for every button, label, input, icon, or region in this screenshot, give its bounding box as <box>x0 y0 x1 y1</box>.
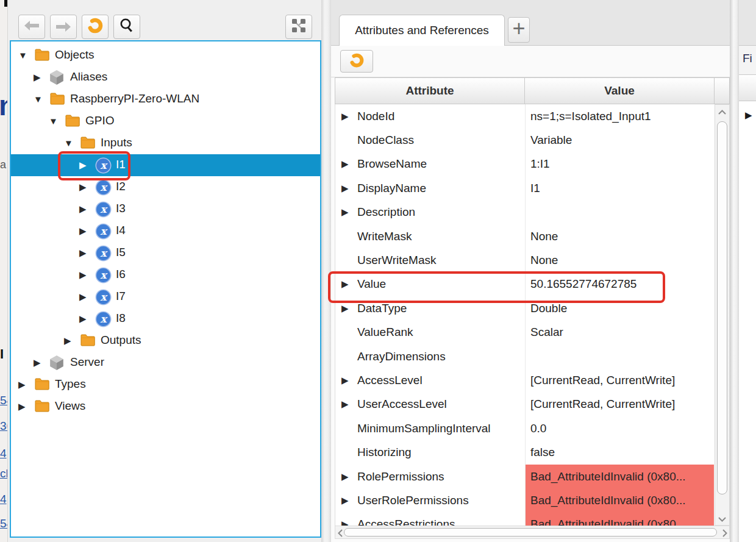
expand-icon[interactable]: ▶ <box>34 72 41 83</box>
refresh-icon <box>349 52 365 71</box>
collapse-icon[interactable]: ▼ <box>34 94 43 105</box>
background-link-fragment[interactable]: 36 <box>0 419 8 433</box>
graph-view-button[interactable] <box>285 15 312 39</box>
expand-icon[interactable]: ▶ <box>79 291 87 302</box>
tree-item-i4[interactable]: ▶xI4 <box>11 220 320 242</box>
attribute-value: ns=1;s=Isolated_Input1 <box>526 104 714 128</box>
window-splitter-right[interactable] <box>730 0 739 542</box>
expand-icon[interactable]: ▶ <box>79 248 87 259</box>
expand-icon[interactable]: ▶ <box>18 401 26 412</box>
tab-attributes-and-references[interactable]: Attributes and References <box>339 15 505 46</box>
scroll-up-icon[interactable] <box>718 108 726 116</box>
background-link-fragment[interactable]: 54 <box>0 394 8 407</box>
expand-icon[interactable]: ▶ <box>79 182 87 193</box>
attribute-row-nodeid[interactable]: ▶NodeIdns=1;s=Isolated_Input1 <box>335 104 714 128</box>
background-link-fragment[interactable]: ch <box>0 467 8 480</box>
tree-item-label: I3 <box>116 202 126 215</box>
collapse-icon[interactable]: ▼ <box>64 138 73 149</box>
tree-item-outputs[interactable]: ▶Outputs <box>11 330 320 352</box>
tree-item-i1[interactable]: ▶xI1 <box>11 154 320 176</box>
attribute-row-minimumsamplinginterval[interactable]: MinimumSamplingInterval0.0 <box>335 416 714 440</box>
tree-item-raspberrypi-zero-wlan[interactable]: ▼RaspberryPI-Zero-WLAN <box>11 88 320 110</box>
expand-icon[interactable]: ▶ <box>79 226 87 237</box>
tree-item-gpio[interactable]: ▼GPIO <box>11 110 320 132</box>
reconnect-button[interactable] <box>82 15 109 39</box>
expand-icon[interactable]: ▶ <box>341 519 357 526</box>
attribute-name: Historizing <box>357 446 412 459</box>
expand-icon[interactable]: ▶ <box>341 471 357 482</box>
forward-button[interactable] <box>50 15 77 39</box>
tree-item-i7[interactable]: ▶xI7 <box>11 286 320 308</box>
attribute-name: NodeClass <box>357 134 414 147</box>
attribute-name: WriteMask <box>357 230 412 243</box>
expand-icon[interactable]: ▶ <box>79 160 87 171</box>
attribute-row-useraccesslevel[interactable]: ▶UserAccessLevel[CurrentRead, CurrentWri… <box>335 393 714 416</box>
expand-icon[interactable]: ▶ <box>341 111 357 122</box>
expand-icon[interactable]: ▶ <box>341 303 357 314</box>
tree-item-i2[interactable]: ▶xI2 <box>11 176 320 198</box>
expand-icon[interactable]: ▶ <box>79 204 87 215</box>
tree-item-server[interactable]: ▶Server <box>11 352 320 374</box>
attribute-row-historizing[interactable]: Historizingfalse <box>335 441 714 465</box>
expand-icon[interactable]: ▶ <box>745 110 752 121</box>
search-button[interactable] <box>113 15 140 39</box>
attribute-row-accessrestrictions[interactable]: ▶AccessRestrictionsBad_AttributeIdInvali… <box>335 513 714 526</box>
tree-item-objects[interactable]: ▼Objects <box>11 45 320 66</box>
expand-icon[interactable]: ▶ <box>341 279 357 290</box>
expand-icon[interactable]: ▶ <box>341 399 357 410</box>
expand-icon[interactable]: ▶ <box>341 159 357 169</box>
attribute-row-arraydimensions[interactable]: ArrayDimensions <box>335 344 714 368</box>
attribute-row-browsename[interactable]: ▶BrowseName1:I1 <box>335 152 714 176</box>
scroll-left-icon[interactable] <box>338 529 343 538</box>
collapse-icon[interactable]: ▼ <box>49 116 58 127</box>
back-button[interactable] <box>18 15 45 39</box>
address-space-tree[interactable]: ▼Objects▶Aliases▼RaspberryPI-Zero-WLAN▼G… <box>10 40 321 538</box>
attribute-row-userrolepermissions[interactable]: ▶UserRolePermissionsBad_AttributeIdInval… <box>335 488 714 512</box>
expand-icon[interactable]: ▶ <box>341 207 357 218</box>
attribute-name: NodeId <box>357 110 394 123</box>
expand-icon[interactable]: ▶ <box>341 495 357 506</box>
tree-item-types[interactable]: ▶Types <box>11 374 320 396</box>
tree-item-i3[interactable]: ▶xI3 <box>11 198 320 220</box>
tab-strip: Attributes and References + <box>331 0 736 46</box>
expand-icon[interactable]: ▶ <box>341 375 357 386</box>
collapse-icon[interactable]: ▼ <box>18 50 27 61</box>
tree-item-views[interactable]: ▶Views <box>11 396 320 418</box>
background-link-fragment[interactable]: 4 <box>0 447 7 460</box>
horizontal-scrollbar-thumb[interactable] <box>344 528 717 537</box>
window-splitter[interactable] <box>321 0 331 542</box>
add-tab-button[interactable]: + <box>508 17 530 43</box>
attribute-row-writemask[interactable]: WriteMaskNone <box>335 224 714 248</box>
attribute-row-userwritemask[interactable]: UserWriteMaskNone <box>335 248 714 272</box>
tree-item-i8[interactable]: ▶xI8 <box>11 308 320 330</box>
vertical-scrollbar[interactable] <box>715 104 730 526</box>
expand-icon[interactable]: ▶ <box>18 379 26 390</box>
attribute-row-nodeclass[interactable]: NodeClassVariable <box>335 128 714 152</box>
expand-icon[interactable]: ▶ <box>79 269 87 280</box>
expand-icon[interactable]: ▶ <box>34 357 41 368</box>
scroll-down-icon[interactable] <box>718 515 726 523</box>
tree-item-inputs[interactable]: ▼Inputs <box>11 132 320 154</box>
tree-item-i6[interactable]: ▶xI6 <box>11 264 320 286</box>
column-header-value[interactable]: Value <box>525 77 715 104</box>
attribute-row-value[interactable]: ▶Value50.16552774672785 <box>335 273 714 296</box>
column-header-attribute[interactable]: Attribute <box>335 77 525 104</box>
expand-icon[interactable]: ▶ <box>79 313 87 324</box>
tree-item-label: Server <box>70 355 104 369</box>
tree-item-i5[interactable]: ▶xI5 <box>11 242 320 264</box>
attribute-row-accesslevel[interactable]: ▶AccessLevel[CurrentRead, CurrentWrite] <box>335 368 714 392</box>
tree-item-aliases[interactable]: ▶Aliases <box>11 66 320 88</box>
attribute-row-datatype[interactable]: ▶DataTypeDouble <box>335 296 714 320</box>
background-link-fragment[interactable]: 54 <box>0 517 8 530</box>
attribute-row-description[interactable]: ▶Description <box>335 201 714 224</box>
horizontal-scrollbar[interactable] <box>335 526 730 539</box>
expand-icon[interactable]: ▶ <box>64 335 71 346</box>
attribute-row-rolepermissions[interactable]: ▶RolePermissionsBad_AttributeIdInvalid (… <box>335 465 714 488</box>
attribute-row-displayname[interactable]: ▶DisplayNameI1 <box>335 176 714 200</box>
vertical-scrollbar-thumb[interactable] <box>717 121 727 494</box>
scroll-right-icon[interactable] <box>722 529 727 538</box>
expand-icon[interactable]: ▶ <box>341 183 357 194</box>
attribute-row-valuerank[interactable]: ValueRankScalar <box>335 321 714 344</box>
background-link-fragment[interactable]: 4 <box>0 493 7 506</box>
refresh-attributes-button[interactable] <box>340 50 373 73</box>
